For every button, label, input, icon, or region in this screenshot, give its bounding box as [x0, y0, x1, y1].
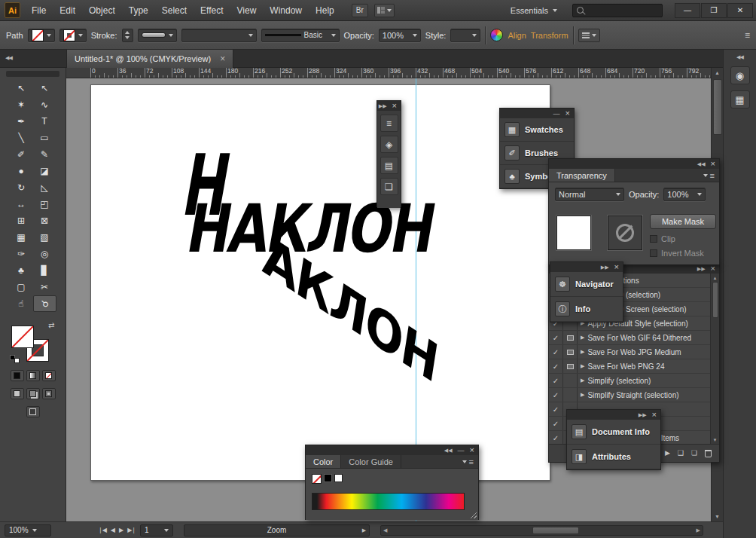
- dock-panel-color[interactable]: ◉: [730, 66, 750, 84]
- expand-panel-icon[interactable]: ▶▶: [601, 264, 609, 271]
- new-set-icon[interactable]: ❑: [678, 450, 684, 457]
- scroll-down-icon[interactable]: ▼: [715, 512, 720, 521]
- tool-eraser[interactable]: ◪: [33, 163, 56, 179]
- close-icon[interactable]: ×: [711, 160, 715, 168]
- resize-grip-icon[interactable]: [470, 512, 477, 518]
- tab-color-guide[interactable]: Color Guide: [341, 455, 401, 468]
- panel-button-layers[interactable]: ▤: [380, 157, 398, 174]
- panel-grip[interactable]: ◀◀—×: [306, 445, 478, 455]
- action-check-toggle[interactable]: ✓: [549, 331, 563, 344]
- color-button[interactable]: [11, 370, 24, 381]
- tool-rectangle[interactable]: ▭: [33, 130, 56, 146]
- white-swatch[interactable]: [334, 474, 343, 482]
- panel-button-artboards[interactable]: ❏: [380, 178, 398, 195]
- minimize-icon[interactable]: —: [458, 447, 465, 454]
- tool-slice[interactable]: ✂: [33, 279, 56, 295]
- scrollbar-thumb[interactable]: [713, 79, 722, 135]
- scroll-up-icon[interactable]: ▲: [713, 274, 718, 282]
- menu-select[interactable]: Select: [155, 0, 194, 21]
- action-row[interactable]: ✓▶Save For Web PNG 24: [549, 359, 710, 374]
- menu-effect[interactable]: Effect: [194, 0, 230, 21]
- tool-selection[interactable]: ↖: [10, 80, 33, 96]
- actions-scrollbar[interactable]: ▲ ▼: [710, 274, 719, 444]
- expand-panel-icon[interactable]: ▶▶: [379, 103, 387, 109]
- close-button[interactable]: ✕: [727, 3, 753, 18]
- collapse-panel-icon[interactable]: ◀◀: [444, 448, 453, 454]
- transform-link[interactable]: Transform: [531, 31, 569, 40]
- panel-menu-icon[interactable]: ≡: [699, 169, 719, 182]
- tool-gradient[interactable]: ▧: [33, 229, 56, 246]
- stroke-weight-select[interactable]: [138, 29, 177, 42]
- close-icon[interactable]: ×: [392, 102, 397, 110]
- menu-window[interactable]: Window: [263, 0, 309, 21]
- close-icon[interactable]: ×: [652, 411, 657, 419]
- tool-lasso[interactable]: ∿: [33, 96, 56, 113]
- panel-grip[interactable]: ◀◀×: [549, 159, 719, 169]
- tool-paintbrush[interactable]: ✐: [10, 146, 33, 163]
- zoom-level-select[interactable]: 100%: [5, 524, 51, 536]
- panel-button-appearance[interactable]: ≡: [380, 115, 398, 132]
- close-icon[interactable]: ×: [614, 263, 619, 271]
- gradient-button[interactable]: [26, 370, 40, 381]
- delete-action-icon[interactable]: [705, 450, 712, 457]
- bridge-button[interactable]: Br: [352, 4, 368, 17]
- action-row[interactable]: ✓▶Save For Web GIF 64 Dithered: [549, 331, 710, 345]
- scroll-up-icon[interactable]: ▲: [715, 68, 720, 78]
- tool-artboard[interactable]: ▢: [10, 279, 33, 295]
- stroke-weight-stepper[interactable]: [122, 29, 133, 42]
- tool-width[interactable]: ↔: [10, 196, 33, 212]
- close-icon[interactable]: ×: [565, 109, 570, 118]
- tool-type[interactable]: T: [33, 113, 56, 130]
- tool-perspective-grid[interactable]: ⊠: [33, 212, 56, 229]
- scrollbar-thumb[interactable]: [532, 527, 579, 534]
- blend-mode-select[interactable]: Normal: [555, 188, 624, 201]
- color-spectrum[interactable]: [312, 493, 465, 510]
- none-button[interactable]: [42, 370, 56, 381]
- invert-mask-checkbox[interactable]: Invert Mask: [650, 249, 718, 258]
- panel-item-swatches[interactable]: ▦Swatches: [500, 118, 574, 142]
- tool-blob-brush[interactable]: ●: [10, 163, 33, 179]
- draw-inside-button[interactable]: [42, 388, 56, 399]
- stroke-label[interactable]: Stroke:: [91, 31, 117, 40]
- tool-shape-builder[interactable]: ⊞: [10, 212, 33, 229]
- swap-colors-icon[interactable]: ⇄: [48, 321, 54, 329]
- menu-file[interactable]: File: [25, 0, 53, 21]
- tool-mesh[interactable]: ▦: [10, 229, 33, 246]
- tool-symbol-sprayer[interactable]: ♣: [10, 262, 33, 279]
- tool-column-graph[interactable]: ▊: [33, 262, 56, 279]
- default-colors-icon[interactable]: [10, 355, 20, 363]
- panel-menu-icon[interactable]: ≡: [458, 455, 478, 468]
- close-icon[interactable]: ×: [711, 264, 715, 273]
- clip-checkbox[interactable]: Clip: [650, 234, 718, 243]
- black-swatch[interactable]: [324, 474, 332, 482]
- fill-color-swatch[interactable]: [11, 326, 34, 348]
- action-row[interactable]: ✓▶Simplify Straight (selection): [549, 388, 710, 402]
- draw-normal-button[interactable]: [11, 388, 24, 399]
- tool-free-transform[interactable]: ◰: [33, 196, 56, 212]
- tool-pen[interactable]: ✒: [10, 113, 33, 130]
- horizontal-ruler[interactable]: 0367210814418021625228832436039643246850…: [66, 68, 711, 78]
- panel-grip[interactable]: —×: [500, 109, 574, 118]
- action-check-toggle[interactable]: ✓: [549, 417, 563, 430]
- transparency-opacity-select[interactable]: 100%: [663, 188, 706, 201]
- action-row[interactable]: ✓▶Simplify (selection): [549, 374, 710, 388]
- action-check-toggle[interactable]: ✓: [549, 402, 563, 416]
- action-check-toggle[interactable]: ✓: [549, 374, 563, 387]
- opacity-label[interactable]: Opacity:: [344, 31, 374, 40]
- tool-eyedropper[interactable]: ✑: [10, 246, 33, 262]
- document-tab[interactable]: Untitled-1* @ 100% (CMYK/Preview) ×: [66, 50, 233, 68]
- scroll-right-icon[interactable]: ▶: [697, 527, 700, 533]
- fill-color-picker[interactable]: [28, 29, 55, 42]
- tab-transparency[interactable]: Transparency: [549, 169, 615, 182]
- next-artboard-button[interactable]: ▶: [119, 527, 123, 533]
- tab-close-icon[interactable]: ×: [220, 54, 225, 63]
- tab-color[interactable]: Color: [306, 455, 341, 468]
- panel-grip[interactable]: ▶▶×: [377, 101, 401, 111]
- menu-edit[interactable]: Edit: [53, 0, 82, 21]
- panel-grip[interactable]: ▶▶×: [567, 410, 660, 420]
- tool-rotate[interactable]: ↻: [10, 179, 33, 196]
- minimize-icon[interactable]: —: [553, 110, 560, 118]
- object-thumbnail[interactable]: [556, 216, 591, 250]
- tool-direct-selection[interactable]: ↖: [33, 80, 56, 96]
- new-action-icon[interactable]: ❏: [691, 450, 697, 457]
